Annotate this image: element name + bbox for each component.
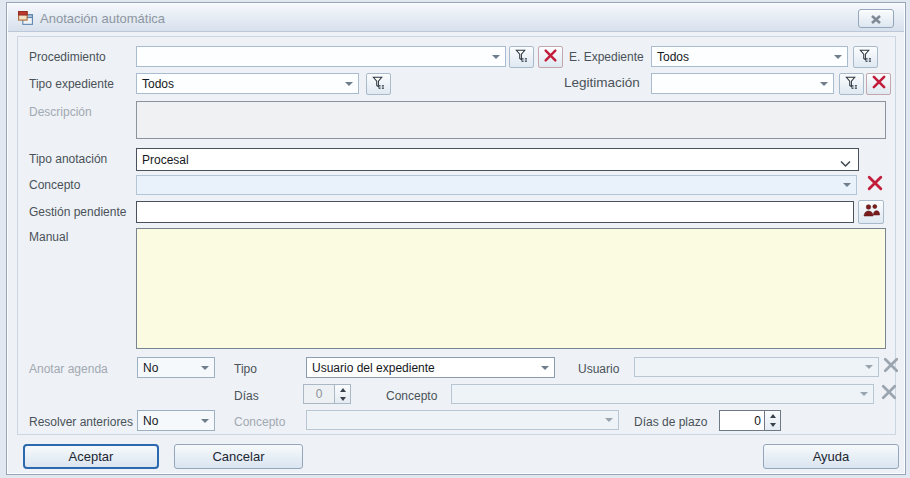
concepto-agenda-clear-button[interactable] [877, 382, 901, 406]
clear-icon [866, 174, 884, 196]
gestion-pendiente-label: Gestión pendiente [29, 205, 126, 219]
procedimiento-filter-button[interactable] [509, 46, 534, 68]
dias-plazo-spinner[interactable]: 0 [719, 410, 781, 431]
e-expediente-label: E. Expediente [569, 50, 644, 64]
e-expediente-filter-button[interactable] [853, 46, 878, 68]
ayuda-button[interactable]: Ayuda [763, 444, 899, 469]
aceptar-button[interactable]: Aceptar [23, 444, 159, 469]
tipo-anotacion-combobox[interactable]: Procesal [136, 148, 859, 171]
resolver-anteriores-label: Resolver anteriores [29, 415, 133, 429]
arrow-down-icon [340, 397, 346, 401]
tipo-agenda-label: Tipo [234, 362, 257, 376]
dropdown-arrow-icon [345, 82, 353, 86]
dropdown-arrow-icon [820, 82, 828, 86]
dias-spinner: 0 [303, 384, 351, 404]
concepto-resolver-combobox [306, 410, 619, 430]
dias-value: 0 [303, 384, 335, 404]
dropdown-arrow-icon [834, 55, 842, 59]
arrow-down-icon [770, 423, 776, 427]
clear-icon [871, 74, 887, 94]
arrow-up-icon [340, 388, 346, 392]
anotar-agenda-combobox: No [137, 357, 215, 378]
tipo-expediente-filter-button[interactable] [366, 73, 391, 95]
descripcion-textarea [136, 101, 886, 139]
dropdown-arrow-icon [860, 392, 868, 396]
tipo-agenda-combobox[interactable]: Usuario del expediente [306, 357, 555, 378]
usuario-combobox [634, 357, 879, 377]
dias-spin-down-button [335, 394, 350, 403]
dias-plazo-spin-up-button[interactable] [765, 411, 780, 421]
e-expediente-combobox[interactable]: Todos [651, 46, 848, 67]
tipo-anotacion-value: Procesal [142, 153, 189, 167]
dropdown-arrow-icon [865, 365, 873, 369]
legitimacion-filter-button[interactable] [839, 73, 864, 95]
filter-icon [371, 75, 386, 94]
tipo-expediente-combobox[interactable]: Todos [136, 73, 359, 94]
dropdown-arrow-icon [201, 366, 209, 370]
resolver-anteriores-value: No [143, 414, 158, 428]
filter-icon [514, 48, 529, 67]
dropdown-arrow-icon [541, 366, 549, 370]
clear-icon-gray [880, 383, 898, 405]
e-expediente-value: Todos [657, 50, 689, 64]
dropdown-arrow-icon [843, 183, 851, 187]
dias-spin-up-button [335, 385, 350, 394]
clear-icon-gray [882, 356, 900, 378]
dias-plazo-value: 0 [719, 410, 765, 431]
descripcion-label: Descripción [29, 105, 92, 119]
window-title: Anotación automática [40, 11, 165, 26]
dias-plazo-spin-down-button[interactable] [765, 421, 780, 431]
procedimiento-label: Procedimiento [29, 50, 106, 64]
legitimacion-combobox[interactable] [651, 73, 834, 94]
arrow-up-icon [770, 414, 776, 418]
concepto-agenda-combobox [451, 384, 874, 404]
procedimiento-clear-button[interactable] [538, 46, 563, 68]
usuario-clear-button[interactable] [879, 355, 903, 379]
concepto-clear-button[interactable] [863, 173, 887, 197]
concepto-agenda-label: Concepto [386, 389, 437, 403]
filter-icon [858, 48, 873, 67]
clear-icon [543, 48, 558, 67]
users-icon [863, 203, 880, 222]
gestion-pendiente-input[interactable] [136, 201, 854, 223]
manual-textarea[interactable] [136, 228, 886, 349]
window-form-icon [17, 10, 34, 31]
tipo-expediente-label: Tipo expediente [29, 77, 114, 91]
close-icon [870, 10, 882, 28]
dias-label: Días [234, 389, 259, 403]
cancelar-button[interactable]: Cancelar [174, 444, 303, 469]
tipo-anotacion-label: Tipo anotación [29, 152, 107, 166]
procedimiento-combobox[interactable] [136, 46, 506, 67]
legitimacion-label: Legitimación [564, 75, 640, 90]
dias-plazo-label: Días de plazo [634, 415, 707, 429]
anotar-agenda-label: Anotar agenda [29, 362, 108, 376]
usuario-label: Usuario [578, 362, 619, 376]
concepto-resolver-label: Concepto [234, 415, 285, 429]
close-button[interactable] [858, 9, 894, 28]
gestion-pendiente-users-button[interactable] [858, 200, 884, 224]
dropdown-arrow-icon [492, 55, 500, 59]
resolver-anteriores-combobox[interactable]: No [137, 410, 215, 431]
anotar-agenda-value: No [143, 361, 158, 375]
concepto-combobox[interactable] [136, 175, 857, 195]
tipo-expediente-value: Todos [142, 77, 174, 91]
dialog-anotacion-automatica: Anotación automática Procedimiento E. Ex… [6, 2, 906, 475]
concepto-label: Concepto [29, 178, 80, 192]
dropdown-arrow-icon [201, 419, 209, 423]
chevron-down-icon [840, 157, 851, 171]
legitimacion-clear-button[interactable] [866, 73, 891, 95]
tipo-agenda-value: Usuario del expediente [312, 361, 435, 375]
manual-label: Manual [29, 230, 68, 244]
title-bar[interactable]: Anotación automática [8, 4, 904, 32]
dropdown-arrow-icon [605, 418, 613, 422]
filter-icon [844, 75, 859, 94]
